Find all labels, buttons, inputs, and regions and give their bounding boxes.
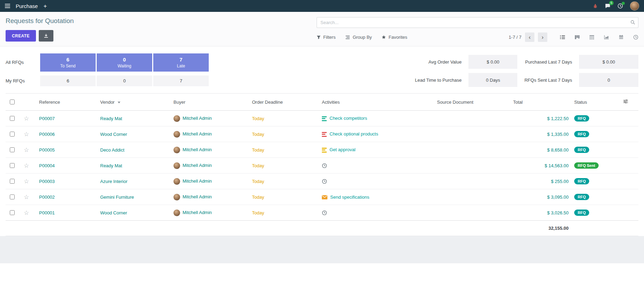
search-icon[interactable] (630, 20, 635, 26)
activity-label[interactable]: Send specifications (330, 194, 369, 200)
activities-icon[interactable] (617, 3, 623, 9)
activity-icon[interactable] (322, 179, 327, 184)
favorite-star-icon[interactable]: ☆ (24, 147, 29, 153)
table-row[interactable]: ☆ P00002 Gemini Furniture Mitchell Admin… (6, 189, 638, 205)
app-title[interactable]: Purchase (16, 3, 38, 9)
table-row[interactable]: ☆ P00007 Ready Mat Mitchell Admin Today … (6, 111, 638, 126)
row-checkbox[interactable] (10, 147, 15, 152)
favorite-star-icon[interactable]: ☆ (24, 131, 29, 138)
view-calendar-button[interactable] (619, 35, 624, 40)
view-pivot-button[interactable] (589, 35, 594, 40)
waiting-count: 0 (123, 57, 126, 63)
table-header-row: Reference Vendor Buyer Order Deadline Ac… (6, 94, 638, 111)
row-checkbox[interactable] (10, 132, 15, 137)
group-by-button[interactable]: Group By (345, 35, 372, 40)
column-header-total[interactable]: Total (510, 94, 571, 111)
bug-icon[interactable] (593, 3, 598, 9)
messages-icon[interactable]: 5 (605, 3, 610, 9)
my-late-count[interactable]: 7 (153, 75, 209, 86)
vendor-link[interactable]: Azure Interior (100, 179, 127, 184)
table-row[interactable]: ☆ P00005 Deco Addict Mitchell Admin Toda… (6, 142, 638, 158)
favorite-star-icon[interactable]: ☆ (24, 194, 29, 200)
activity-label[interactable]: Check optional products (330, 131, 378, 137)
favorite-star-icon[interactable]: ☆ (24, 210, 29, 216)
user-avatar[interactable] (630, 1, 639, 10)
view-kanban-button[interactable] (575, 35, 580, 40)
view-activity-button[interactable] (633, 35, 638, 40)
view-graph-button[interactable] (604, 35, 609, 40)
column-header-source-document[interactable]: Source Document (434, 94, 510, 111)
vendor-link[interactable]: Gemini Furniture (100, 194, 134, 200)
optional-columns-icon[interactable] (623, 99, 628, 104)
table-row[interactable]: ☆ P00003 Azure Interior Mitchell Admin T… (6, 174, 638, 189)
reference-link[interactable]: P00007 (39, 116, 55, 121)
rfqs-sent-last-7-days[interactable]: 0 (579, 73, 638, 87)
reference-link[interactable]: P00003 (39, 179, 55, 184)
column-header-activities[interactable]: Activities (319, 94, 434, 111)
purchased-last-7-days[interactable]: $ 0.00 (579, 55, 638, 69)
tile-to-send[interactable]: 6 To Send (40, 53, 96, 72)
buyer-link[interactable]: Mitchell Admin (183, 194, 212, 199)
new-tab-icon[interactable]: + (43, 3, 47, 9)
search-input[interactable] (317, 17, 638, 28)
column-header-reference[interactable]: Reference (36, 94, 97, 111)
apps-menu-icon[interactable] (5, 4, 10, 8)
activity-label[interactable]: Get approval (330, 147, 355, 152)
reference-link[interactable]: P00005 (39, 147, 55, 153)
column-header-status[interactable]: Status (571, 94, 620, 111)
row-checkbox[interactable] (10, 179, 15, 184)
view-list-button[interactable] (560, 35, 565, 40)
vendor-link[interactable]: Deco Addict (100, 147, 124, 153)
table-row[interactable]: ☆ P00006 Wood Corner Mitchell Admin Toda… (6, 126, 638, 142)
buyer-link[interactable]: Mitchell Admin (183, 210, 212, 215)
select-all-checkbox[interactable] (10, 100, 15, 104)
reference-link[interactable]: P00006 (39, 132, 55, 137)
buyer-link[interactable]: Mitchell Admin (183, 147, 212, 152)
buyer-link[interactable]: Mitchell Admin (183, 162, 212, 168)
buyer-link[interactable]: Mitchell Admin (183, 178, 212, 183)
activity-icon[interactable] (322, 116, 327, 121)
favorites-button[interactable]: Favorites (382, 35, 407, 40)
pager-previous-button[interactable]: ‹ (525, 32, 534, 42)
tile-late[interactable]: 7 Late (153, 53, 209, 72)
buyer-link[interactable]: Mitchell Admin (183, 115, 212, 120)
activity-icon[interactable] (322, 210, 327, 215)
vendor-link[interactable]: Ready Mat (100, 163, 122, 168)
vendor-link[interactable]: Ready Mat (100, 116, 122, 121)
table-row[interactable]: ☆ P00001 Wood Corner Mitchell Admin Toda… (6, 205, 638, 221)
avg-order-value-label: Avg Order Value (415, 59, 462, 65)
row-checkbox[interactable] (10, 116, 15, 121)
column-header-vendor[interactable]: Vendor (97, 94, 171, 111)
favorite-star-icon[interactable]: ☆ (24, 162, 29, 169)
row-checkbox[interactable] (10, 194, 15, 199)
activity-icon[interactable] (322, 132, 327, 137)
favorite-star-icon[interactable]: ☆ (24, 178, 29, 185)
reference-link[interactable]: P00002 (39, 194, 55, 200)
column-header-order-deadline[interactable]: Order Deadline (249, 94, 319, 111)
my-to-send-count[interactable]: 6 (40, 75, 96, 86)
buyer-avatar (173, 194, 180, 200)
my-waiting-count[interactable]: 0 (97, 75, 152, 86)
vendor-link[interactable]: Wood Corner (100, 132, 127, 137)
column-header-buyer[interactable]: Buyer (171, 94, 249, 111)
activity-icon[interactable] (322, 148, 327, 153)
favorite-star-icon[interactable]: ☆ (24, 115, 29, 122)
reference-link[interactable]: P00001 (39, 210, 55, 215)
vendor-link[interactable]: Wood Corner (100, 210, 127, 215)
avg-order-value[interactable]: $ 0.00 (468, 55, 517, 69)
export-button[interactable] (39, 30, 53, 42)
favorites-label: Favorites (388, 35, 407, 40)
pager-next-button[interactable]: › (538, 32, 547, 42)
activity-icon[interactable] (322, 163, 327, 168)
row-checkbox[interactable] (10, 163, 15, 168)
lead-time-value[interactable]: 0 Days (468, 73, 517, 87)
activity-label[interactable]: Check competitors (330, 116, 367, 121)
create-button[interactable]: CREATE (6, 30, 36, 42)
buyer-link[interactable]: Mitchell Admin (183, 131, 212, 136)
activity-icon[interactable] (322, 195, 327, 199)
filters-button[interactable]: Filters (317, 35, 335, 40)
row-checkbox[interactable] (10, 210, 15, 215)
reference-link[interactable]: P00004 (39, 163, 55, 168)
table-row[interactable]: ☆ P00004 Ready Mat Mitchell Admin Today … (6, 158, 638, 174)
tile-waiting[interactable]: 0 Waiting (97, 53, 152, 72)
